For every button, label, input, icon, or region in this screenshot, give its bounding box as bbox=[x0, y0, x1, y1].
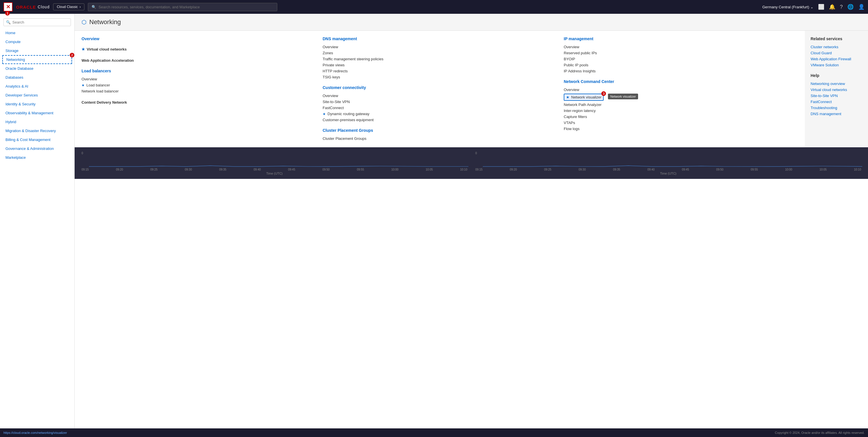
sidebar-item-databases[interactable]: Databases bbox=[0, 73, 74, 82]
help-networking-overview[interactable]: Networking overview bbox=[811, 81, 862, 87]
ncc-capture-filters[interactable]: Capture filters bbox=[564, 114, 798, 120]
section-overview[interactable]: Overview bbox=[82, 36, 316, 41]
networking-icon: ⬡ bbox=[82, 19, 86, 26]
cloud-classic-button[interactable]: Cloud Classic › bbox=[53, 3, 84, 10]
oracle-text: ORACLE bbox=[16, 5, 36, 9]
dns-overview[interactable]: Overview bbox=[322, 44, 557, 50]
lb-overview[interactable]: Overview bbox=[82, 76, 316, 82]
help-site-to-site-vpn[interactable]: Site-to-Site VPN bbox=[811, 93, 862, 99]
sidebar-item-storage[interactable]: Storage bbox=[0, 46, 74, 55]
copyright-text: Copyright © 2024, Oracle and/or its affi… bbox=[775, 431, 865, 434]
network-visualizer-tooltip: Network visualizer bbox=[608, 94, 638, 99]
sidebar-item-migration[interactable]: Migration & Disaster Recovery bbox=[0, 126, 74, 135]
drg-star-icon: ★ bbox=[322, 112, 326, 116]
dns-traffic-mgmt[interactable]: Traffic management steering policies bbox=[322, 56, 557, 62]
sidebar-item-observability[interactable]: Observability & Management bbox=[0, 108, 74, 118]
chart-right-y-label: 0 bbox=[475, 152, 477, 155]
sidebar-search-input[interactable] bbox=[12, 20, 68, 24]
sidebar-item-identity-security[interactable]: Identity & Security bbox=[0, 100, 74, 108]
section-waa[interactable]: Web Application Acceleration bbox=[82, 57, 316, 63]
status-bar: https://cloud.oracle.com/networking/visu… bbox=[0, 428, 868, 437]
menu-col-3: IP management Overview Reserved public I… bbox=[564, 36, 805, 142]
related-waf[interactable]: Web Application Firewall bbox=[811, 56, 862, 62]
sidebar-item-home[interactable]: Home bbox=[0, 28, 74, 37]
sidebar-item-billing[interactable]: Billing & Cost Management bbox=[0, 135, 74, 144]
oracle-logo: ORACLE Cloud bbox=[16, 5, 50, 9]
section-cluster-placement: Cluster Placement Groups bbox=[322, 128, 557, 133]
section-customer-connectivity: Customer connectivity bbox=[322, 85, 557, 90]
sidebar-item-governance[interactable]: Governance & Administration bbox=[0, 144, 74, 153]
status-url: https://cloud.oracle.com/networking/visu… bbox=[3, 431, 67, 434]
dns-private-views[interactable]: Private views bbox=[322, 62, 557, 68]
nv-label: Network visualizer bbox=[571, 95, 601, 99]
lb-network-load-balancer[interactable]: Network load balancer bbox=[82, 88, 316, 94]
sidebar-item-hybrid[interactable]: Hybrid bbox=[0, 118, 74, 126]
cloud-classic-arrow-icon: › bbox=[80, 5, 81, 9]
ip-byoip[interactable]: BYOIP bbox=[564, 56, 798, 62]
cloud-text: Cloud bbox=[38, 5, 50, 9]
ip-public-pools[interactable]: Public IP pools bbox=[564, 62, 798, 68]
nv-star-icon: ★ bbox=[566, 95, 569, 99]
sidebar-item-networking[interactable]: Networking bbox=[2, 55, 72, 64]
chevron-down-icon: ⌄ bbox=[810, 5, 813, 9]
ncc-network-visualizer[interactable]: ★ Network visualizer bbox=[564, 94, 603, 101]
sidebar-search-icon: 🔍 bbox=[6, 20, 11, 24]
cc-overview[interactable]: Overview bbox=[322, 93, 557, 99]
ip-overview[interactable]: Overview bbox=[564, 44, 798, 50]
ncc-flow-logs[interactable]: Flow logs bbox=[564, 126, 798, 132]
cc-site-to-site-vpn[interactable]: Site-to-Site VPN bbox=[322, 99, 557, 105]
section-cdn[interactable]: Content Delivery Network bbox=[82, 99, 316, 105]
terminal-icon[interactable]: ⬜ bbox=[818, 4, 825, 10]
section-load-balancers: Load balancers bbox=[82, 69, 316, 73]
related-vmware[interactable]: VMware Solution bbox=[811, 62, 862, 68]
sidebar-item-marketplace[interactable]: Marketplace bbox=[0, 153, 74, 162]
sidebar-item-developer-services[interactable]: Developer Services bbox=[0, 91, 74, 100]
global-search-input[interactable] bbox=[98, 5, 274, 9]
related-cloud-guard[interactable]: Cloud Guard bbox=[811, 50, 862, 56]
badge-3: 3 bbox=[601, 91, 606, 96]
sidebar-item-compute[interactable]: Compute bbox=[0, 37, 74, 46]
help-fastconnect[interactable]: FastConnect bbox=[811, 99, 862, 105]
bell-icon[interactable]: 🔔 bbox=[829, 4, 835, 10]
nav-right: Germany Central (Frankfurt) ⌄ ⬜ 🔔 ? 🌐 👤 bbox=[763, 4, 865, 10]
close-button[interactable]: ✕ bbox=[3, 2, 12, 11]
help-icon[interactable]: ? bbox=[840, 4, 843, 10]
sidebar-search-container[interactable]: 🔍 bbox=[3, 19, 71, 26]
ncc-overview[interactable]: Overview bbox=[564, 87, 798, 93]
globe-icon[interactable]: 🌐 bbox=[847, 4, 854, 10]
chart-left-axis-title: Time (UTC) bbox=[81, 171, 468, 175]
cc-drg[interactable]: ★ Dynamic routing gateway bbox=[322, 111, 557, 117]
section-ncc: Network Command Center bbox=[564, 79, 798, 84]
help-vcn[interactable]: Virtual cloud networks bbox=[811, 87, 862, 93]
global-search[interactable]: 🔍 bbox=[88, 3, 277, 11]
sidebar-item-oracle-database[interactable]: Oracle Database bbox=[0, 64, 74, 73]
cc-cpe[interactable]: Customer-premises equipment bbox=[322, 117, 557, 123]
dns-tsig-keys[interactable]: TSIG keys bbox=[322, 74, 557, 80]
networking-menu-grid: Overview ★ Virtual cloud networks Web Ap… bbox=[74, 31, 868, 147]
help-troubleshooting[interactable]: Troubleshooting bbox=[811, 105, 862, 111]
sidebar: 🔍 Home Compute Storage Networking 2 Orac… bbox=[0, 14, 74, 428]
chart-left-plot: 0 09:1509:20 09:2509:30 09:3509:40 09:45… bbox=[81, 151, 468, 171]
vcn-star-icon: ★ bbox=[82, 47, 85, 52]
ncc-inter-region-latency[interactable]: Inter-region latency bbox=[564, 108, 798, 114]
cc-fastconnect[interactable]: FastConnect bbox=[322, 105, 557, 111]
ip-reserved-public[interactable]: Reserved public IPs bbox=[564, 50, 798, 56]
ncc-vtaps[interactable]: VTAPs bbox=[564, 120, 798, 126]
dns-http-redirects[interactable]: HTTP redirects bbox=[322, 68, 557, 74]
lb-load-balancer[interactable]: ★ Load balancer bbox=[82, 82, 316, 88]
ip-address-insights[interactable]: IP Address Insights bbox=[564, 68, 798, 74]
help-dns-mgmt[interactable]: DNS management bbox=[811, 111, 862, 117]
chart-right-axis-title: Time (UTC) bbox=[474, 171, 862, 175]
section-vcn[interactable]: ★ Virtual cloud networks bbox=[82, 46, 316, 52]
user-icon[interactable]: 👤 bbox=[858, 4, 865, 10]
chart-right-x-labels: 09:1509:20 09:2509:30 09:3509:40 09:4509… bbox=[474, 168, 862, 171]
ncc-network-path-analyzer[interactable]: Network Path Analyzer bbox=[564, 102, 798, 108]
content-area: ⬡ Networking Overview ★ Virtual cloud ne… bbox=[74, 14, 868, 428]
dns-zones[interactable]: Zones bbox=[322, 50, 557, 56]
related-cluster-networks[interactable]: Cluster networks bbox=[811, 44, 862, 50]
region-label: Germany Central (Frankfurt) bbox=[763, 5, 809, 9]
section-dns: DNS management bbox=[322, 36, 557, 41]
region-selector[interactable]: Germany Central (Frankfurt) ⌄ bbox=[763, 5, 813, 9]
sidebar-item-analytics-ai[interactable]: Analytics & AI bbox=[0, 82, 74, 91]
cpg-link[interactable]: Cluster Placement Groups bbox=[322, 135, 557, 142]
